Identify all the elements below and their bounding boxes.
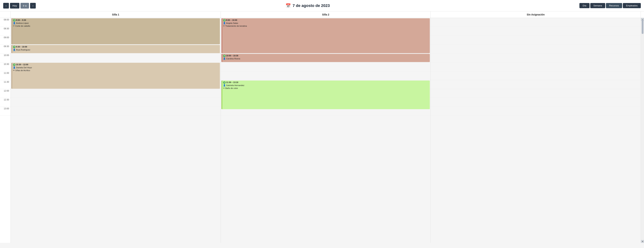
event-service-name: Corte de cabello <box>15 24 30 27</box>
event-service: ✂ Uñas de Acrílico <box>13 69 219 72</box>
ir-a-button[interactable]: Ir a <box>20 3 29 8</box>
event-client-name: Carolina Rivera <box>226 57 240 60</box>
slot-row <box>431 98 641 107</box>
slot-row <box>431 107 641 116</box>
event-name: 👤 Andrea López <box>13 22 219 24</box>
nav-controls: ‹ Hoy Ir a › <box>3 3 36 8</box>
event-arya-rodriguez[interactable]: $ 9:30 – 10:00 👤 Arya Rodríguez <box>12 45 220 53</box>
view-recursos-button[interactable]: Recursos <box>606 3 622 8</box>
hoy-button[interactable]: Hoy <box>10 3 20 8</box>
col-header-silla1: Silla 1 <box>11 11 221 18</box>
slot-row <box>221 71 431 80</box>
person-icon: 👤 <box>223 22 226 24</box>
event-andrea-lopez[interactable]: $ 8:00 – 9:30 👤 Andrea López ✂ Corte de … <box>12 18 220 44</box>
person-icon: 👤 <box>13 66 16 69</box>
col-header-silla2: Silla 2 <box>221 11 431 18</box>
person-icon: 👤 <box>13 22 16 24</box>
slot-row <box>11 53 220 62</box>
event-time-text: 9:30 – 10:00 <box>16 45 27 48</box>
calendar-icon: 📅 <box>286 3 291 8</box>
scissors-icon: ✂ <box>13 24 15 27</box>
time-slot-1230: 12:30 <box>0 98 10 107</box>
event-time: $ 9:30 – 10:00 <box>13 45 219 48</box>
event-name: 👤 Gabriela Hernandez <box>223 84 429 87</box>
event-angela-salas[interactable]: $ 8:00 – 10:00 👤 Angela Salas ✂ Tratamie… <box>222 18 430 53</box>
slot-row <box>431 62 641 71</box>
event-carolina-rivera[interactable]: $ 10:00 – 10:30 👤 Carolina Rivera <box>222 54 430 62</box>
slot-row <box>431 80 641 89</box>
event-time-text: 10:00 – 10:30 <box>226 54 238 57</box>
event-service-name: Baño de color <box>226 87 238 90</box>
time-header-spacer <box>0 11 11 18</box>
col-header-sin-asignacion: Sin Asignación <box>431 11 641 18</box>
dollar-badge: $ <box>223 19 226 21</box>
column-headers: Silla 1 Silla 2 Sin Asignación <box>0 11 644 18</box>
time-slot-1130: 11:30 <box>0 80 10 89</box>
person-icon: 👤 <box>13 48 16 51</box>
app-header: ‹ Hoy Ir a › 📅 7 de agosto de 2023 Día S… <box>0 0 644 11</box>
scissors-icon: ✂ <box>223 24 225 27</box>
slot-row <box>11 98 220 107</box>
header-scroll-spacer <box>641 11 644 18</box>
event-service-name: Uñas de Acrílico <box>15 69 30 72</box>
column-silla2: $ 8:00 – 10:00 👤 Angela Salas ✂ Tratamie… <box>221 18 431 243</box>
scrollbar[interactable]: ▲ ▼ <box>641 18 644 243</box>
view-semana-button[interactable]: Semana <box>590 3 605 8</box>
person-icon: 👤 <box>223 84 226 87</box>
time-column: 08:00 08:30 09:00 09:30 10:00 10:30 11:0… <box>0 18 11 243</box>
next-button[interactable]: › <box>30 3 36 8</box>
event-service: ✂ Tratamiento de keratina <box>223 24 429 27</box>
scissors-icon: ✂ <box>13 69 15 72</box>
event-client-name: Daniela Del Hoyo <box>16 66 32 69</box>
view-switcher: Día Semana Recursos Empleados <box>580 3 641 8</box>
slot-row <box>431 53 641 62</box>
dollar-badge: $ <box>223 55 226 57</box>
event-name: 👤 Arya Rodríguez <box>13 48 219 51</box>
time-slot-0800: 08:00 <box>0 18 10 27</box>
date-title: 7 de agosto de 2023 <box>293 3 330 8</box>
dollar-badge: $ <box>223 81 226 84</box>
time-slot-1000: 10:00 <box>0 53 10 62</box>
event-client-name: Andrea López <box>16 22 29 24</box>
event-time-text: 8:00 – 10:00 <box>226 19 237 21</box>
slot-row <box>221 62 431 71</box>
time-slot-1200: 12:00 <box>0 89 10 98</box>
dollar-badge: $ <box>13 19 16 21</box>
scrollbar-thumb[interactable] <box>642 20 644 34</box>
resource-columns: $ 8:00 – 9:30 👤 Andrea López ✂ Corte de … <box>11 18 641 243</box>
event-service: ✂ Baño de color <box>223 87 429 90</box>
slot-row <box>431 27 641 36</box>
slot-row <box>431 45 641 53</box>
event-daniela-del-hoyo[interactable]: $ 10:30 – 12:00 👤 Daniela Del Hoyo ✂ Uña… <box>12 63 220 89</box>
dollar-badge: $ <box>13 63 16 66</box>
event-service-name: Tratamiento de keratina <box>226 24 247 27</box>
date-title-area: 📅 7 de agosto de 2023 <box>286 3 330 8</box>
event-name: 👤 Carolina Rivera <box>223 57 429 60</box>
calendar-body: 08:00 08:30 09:00 09:30 10:00 10:30 11:0… <box>0 18 644 243</box>
event-client-name: Arya Rodríguez <box>16 48 30 51</box>
slot-row <box>431 18 641 27</box>
event-gabriela-hernandez[interactable]: $ 11:30 – 13:10 👤 Gabriela Hernandez ✂ B… <box>222 80 430 109</box>
scrollbar-down-arrow[interactable]: ▼ <box>641 240 644 243</box>
slot-row <box>431 71 641 80</box>
person-icon: 👤 <box>223 57 226 60</box>
column-silla1: $ 8:00 – 9:30 👤 Andrea López ✂ Corte de … <box>11 18 221 243</box>
slot-row <box>11 89 220 98</box>
time-slot-1030: 10:30 <box>0 62 10 71</box>
dollar-badge: $ <box>13 46 16 48</box>
time-slot-0930: 09:30 <box>0 45 10 53</box>
event-name: 👤 Angela Salas <box>223 22 429 24</box>
slot-row <box>431 89 641 98</box>
event-client-name: Angela Salas <box>226 22 238 24</box>
event-time: $ 10:00 – 10:30 <box>223 54 429 57</box>
time-slot-1100: 11:00 <box>0 71 10 80</box>
view-empleados-button[interactable]: Empleados <box>623 3 641 8</box>
column-sin-asignacion <box>431 18 641 243</box>
event-time: $ 10:30 – 12:00 <box>13 63 219 66</box>
prev-button[interactable]: ‹ <box>3 3 9 8</box>
view-dia-button[interactable]: Día <box>580 3 590 8</box>
slot-row <box>431 36 641 45</box>
event-time: $ 8:00 – 9:30 <box>13 19 219 21</box>
event-client-name: Gabriela Hernandez <box>226 84 244 87</box>
event-time-text: 8:00 – 9:30 <box>16 19 26 21</box>
